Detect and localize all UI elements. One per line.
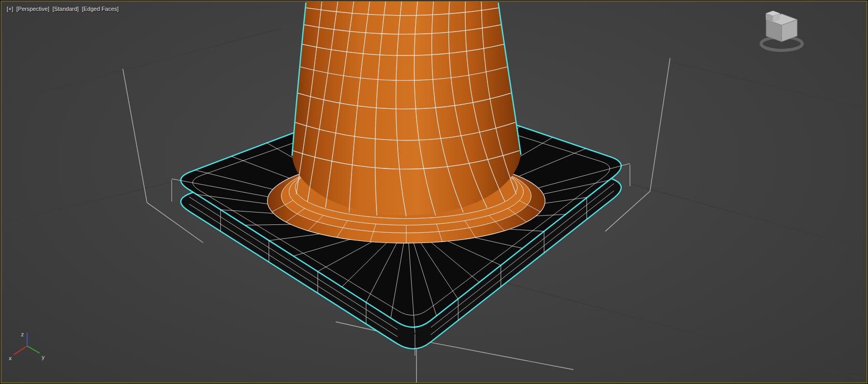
viewport-general-menu[interactable]: [+]: [7, 6, 13, 12]
y-axis-label: y: [41, 354, 45, 360]
world-axis-gizmo: z x y: [9, 332, 45, 362]
x-axis-label: x: [9, 355, 12, 361]
y-axis-line: [27, 346, 39, 353]
viewport-label: [+] [Perspective] [Standard] [Edged Face…: [7, 6, 119, 12]
cone-body: [292, 2, 521, 216]
viewport-pov-menu[interactable]: [Perspective]: [17, 6, 50, 12]
x-axis-line: [14, 346, 27, 355]
z-axis-label: z: [21, 332, 24, 337]
viewport-canvas[interactable]: z x y: [2, 2, 866, 382]
viewport-shading-menu[interactable]: [Edged Faces]: [82, 6, 119, 12]
perspective-viewport[interactable]: [+] [Perspective] [Standard] [Edged Face…: [1, 1, 867, 383]
application-frame: [+] [Perspective] [Standard] [Edged Face…: [0, 0, 868, 384]
viewport-renderer-menu[interactable]: [Standard]: [52, 6, 79, 12]
viewcube[interactable]: [761, 11, 802, 50]
